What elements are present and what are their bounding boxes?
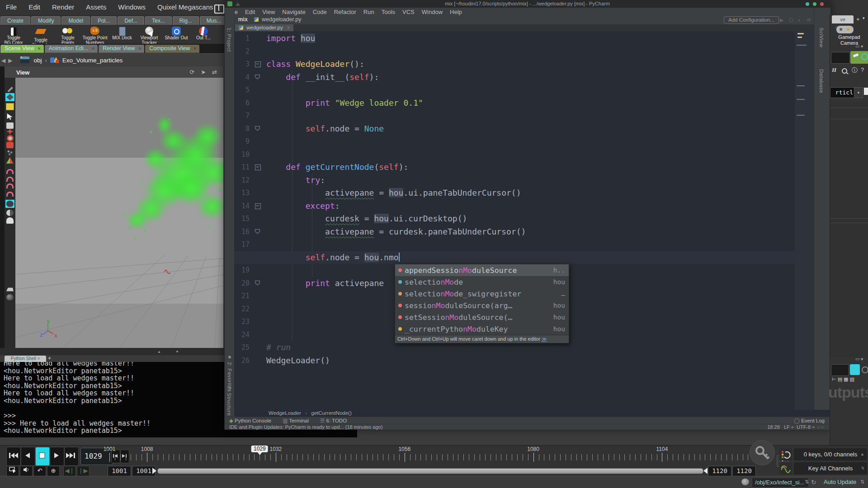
tool-button-structure[interactable]: 7: Structure [226, 386, 232, 416]
tool-button-project[interactable]: 1: Project [226, 28, 232, 52]
shelf-tool-shaderout[interactable]: Shader Out [163, 26, 190, 41]
pycharm-menu-window[interactable]: Window [418, 8, 446, 16]
display-flag-tool-icon[interactable] [5, 293, 14, 301]
step-forward-button[interactable] [120, 450, 129, 463]
pane-tab-animation-edi---[interactable]: Animation Edi...× [45, 45, 98, 53]
keys-info-box[interactable]: 0 keys, 0/0 channels ▲ [794, 448, 867, 460]
profiler-icon[interactable]: ⟳ [807, 17, 811, 23]
pycharm-menu-refactor[interactable]: Refactor [330, 8, 360, 16]
shelf-tool-points[interactable]: Toggle Points [54, 26, 81, 45]
dome-tool-icon[interactable] [5, 216, 14, 225]
go-to-start-button[interactable] [6, 447, 21, 466]
autocomplete-item[interactable]: selectionModehou [395, 276, 569, 288]
node-selector-dropdown[interactable] [831, 52, 850, 64]
refresh-icon[interactable]: ↻ [811, 479, 816, 486]
select-tool-icon[interactable] [5, 113, 14, 121]
pycharm-titlebar[interactable]: mix [~/houdini17.0/scripts/python/mix] -… [225, 0, 830, 8]
shelf-tool-tracker[interactable]: ViewportTracker [136, 26, 163, 45]
shelf-tool-pointnums[interactable]: 1-5Toggle PointNumbers [81, 26, 108, 45]
brush-tool-icon[interactable] [5, 85, 14, 93]
shelf-tool-outtoggle[interactable]: Out T... [190, 26, 217, 41]
viewport-3d[interactable]: y z x [15, 78, 223, 354]
play-forward-button[interactable] [50, 447, 64, 466]
collapse-down-icon[interactable]: ▼ [175, 350, 179, 354]
pycharm-menu-help[interactable]: Help [446, 8, 466, 16]
lock-icon[interactable]: ▫ [817, 424, 819, 430]
snap-grid-tool-icon[interactable] [5, 168, 14, 176]
shelf-tab-modify[interactable]: Modify [31, 16, 61, 25]
tab-ve-simu[interactable]: ve Simu... [832, 15, 854, 23]
fold-marker-icon[interactable] [255, 75, 260, 80]
menu-render[interactable]: Render [46, 0, 80, 14]
pycharm-menu-code[interactable]: Code [309, 8, 330, 16]
menu-edit[interactable]: Edit [23, 0, 46, 14]
pycharm-menu-navigate[interactable]: Navigate [278, 8, 309, 16]
tool-button-database[interactable]: Database [819, 69, 824, 93]
network-selector-dropdown[interactable] [831, 364, 849, 376]
shelf-tab-tex[interactable]: Tex... [145, 16, 172, 25]
autocomplete-item[interactable]: appendSessionModuleSourceh.. [395, 264, 569, 276]
prev-key-button[interactable]: ◀❘ [63, 466, 76, 476]
node-path-stepper[interactable]: ⇅ [805, 479, 809, 485]
code-editor[interactable]: 1import hou23class WedgeLoader():4 def _… [234, 31, 795, 410]
stop-button[interactable] [35, 447, 50, 466]
hector-icon[interactable]: ○ [821, 424, 824, 430]
particles-tool-icon[interactable] [5, 149, 14, 157]
caret-position[interactable]: 18:28 [767, 424, 780, 430]
collapse-up-icon[interactable]: ▲ [157, 350, 161, 354]
color-palette-icon[interactable] [850, 364, 860, 375]
render-flag-tool-icon[interactable] [5, 286, 14, 294]
range-end-field-2[interactable]: 1120 [732, 466, 756, 476]
shelf-tab-pol[interactable]: Pol... [91, 16, 117, 25]
menu-file[interactable]: File [0, 0, 23, 14]
circle-tool-icon[interactable] [5, 209, 14, 217]
pane-tab-render-view[interactable]: Render View× [99, 45, 144, 53]
menu-assets[interactable]: Assets [80, 0, 112, 14]
file-encoding[interactable]: UTF-8 ÷ [797, 424, 815, 430]
snap-tool-icon[interactable] [5, 191, 14, 199]
hint-more-link[interactable]: ≫ [542, 336, 547, 342]
shelf-tab-model[interactable]: Model [61, 16, 90, 25]
autocomplete-item[interactable]: selectionMode_swigregister… [395, 288, 569, 300]
layout-tool-icon[interactable] [5, 93, 14, 101]
coverage-icon[interactable]: ◐ [798, 17, 801, 23]
close-icon[interactable]: × [193, 46, 196, 51]
node-path-label[interactable]: Exo_Volume_particles [62, 57, 123, 64]
next-key-button[interactable]: ❘▶ [77, 466, 90, 476]
node-name-field[interactable]: rticl [830, 87, 855, 98]
fold-marker-icon[interactable] [255, 61, 261, 67]
pycharm-menu-vcs[interactable]: VCS [399, 8, 418, 16]
pose-tool-icon[interactable] [5, 141, 14, 149]
shelf-tab-def[interactable]: Def... [118, 16, 144, 25]
pane-tab-scene-view[interactable]: Scene View× [0, 45, 44, 53]
breadcrumb-class[interactable]: WedgeLoader [269, 410, 301, 416]
fold-marker-icon[interactable] [255, 281, 260, 286]
paint-tool-icon[interactable] [5, 156, 14, 164]
playhead[interactable]: 1029 [251, 446, 268, 452]
context-label[interactable]: obj [33, 57, 42, 64]
shelf-tool-mixdock[interactable]: MIX Dock [108, 26, 136, 41]
close-icon[interactable]: × [38, 46, 41, 51]
window-expand-icon[interactable] [236, 2, 240, 6]
panel-mode-icon[interactable]: ▭ ▾ [855, 44, 863, 49]
current-node-path-field[interactable]: /obj/Exo/infect_si... [752, 478, 809, 488]
range-slider[interactable] [157, 468, 703, 474]
back-icon[interactable]: ◀ [1, 57, 5, 64]
autocomplete-item[interactable]: _currentPythonModuleKeyhou [395, 323, 569, 335]
pane-tab-composite-view[interactable]: Composite View× [145, 45, 199, 53]
close-icon[interactable]: × [92, 46, 94, 51]
pane-layout-icon[interactable] [214, 5, 224, 14]
event-log-button[interactable]: ◯ Event Log [794, 417, 825, 424]
record-button[interactable]: ⊕ [47, 466, 60, 476]
list-view-icons[interactable]: ⊢ ▤ ▦ ▧ [832, 376, 854, 382]
editor-minimap[interactable] [795, 31, 814, 410]
range-handle-left[interactable] [152, 468, 156, 474]
line-separator[interactable]: LF ÷ [784, 424, 794, 430]
tool-button-python-console[interactable]: Python Console [235, 418, 271, 423]
run-icon[interactable]: ▶ [780, 17, 783, 23]
tab-wedgeloader[interactable]: wedgeloader.py × [235, 24, 293, 31]
snap-point-tool-icon[interactable] [5, 183, 14, 191]
shelf-tab-create[interactable]: Create [0, 16, 30, 25]
set-key-button[interactable] [750, 440, 775, 465]
range-start-field[interactable]: 1001 [108, 466, 131, 476]
